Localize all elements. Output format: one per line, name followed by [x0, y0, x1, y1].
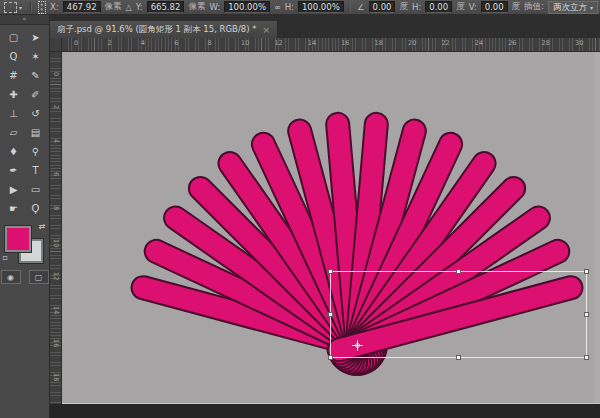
v-ruler-label: 8	[52, 206, 60, 210]
rotate-angle-icon: ∠	[357, 3, 364, 12]
h-ruler-label: 18	[375, 39, 383, 47]
document-tab[interactable]: 扇子.psd @ 91.6% (圆角矩形 1 副本 15, RGB/8) * ×	[50, 21, 278, 38]
y-label: Y:	[136, 2, 143, 12]
shape-tool[interactable]: ▭	[25, 180, 47, 199]
free-transform-bounding-box[interactable]	[330, 271, 587, 358]
crop-tool[interactable]: #	[3, 66, 25, 85]
v-ruler-label: 10	[52, 239, 60, 247]
v-ruler-label: 18	[52, 373, 60, 381]
x-position-field[interactable]: 467.92	[63, 1, 101, 13]
h-ruler-label: 6	[174, 39, 178, 47]
type-tool[interactable]: T	[25, 161, 47, 180]
swap-colors-icon[interactable]: ⇄	[39, 222, 46, 231]
toolbox-panel: « ▢➤Q✶#✎✚✐⊥↺▱▤♦⚲✒T▶▭☛Ϙ ⇄ ▫ ◉ ▢	[0, 15, 50, 418]
h-skew-unit: 度	[456, 1, 465, 13]
brush-tool[interactable]: ✐	[25, 85, 47, 104]
h-ruler-label: 10	[241, 39, 249, 47]
reference-point-locator-icon[interactable]	[38, 1, 47, 14]
v-ruler-label: 12	[52, 272, 60, 280]
link-dimensions-icon[interactable]: ∞	[274, 3, 281, 12]
height-field[interactable]: 100.00%	[298, 1, 344, 13]
pen-tool[interactable]: ✒	[3, 161, 25, 180]
transform-handle-top-middle[interactable]	[456, 269, 461, 274]
transform-handle-bottom-middle[interactable]	[456, 355, 461, 360]
hand-tool[interactable]: ☛	[3, 199, 25, 218]
magic-wand-tool[interactable]: ✶	[25, 47, 47, 66]
y-position-field[interactable]: 665.82	[147, 1, 185, 13]
v-skew-label: V:	[469, 2, 477, 12]
transform-handle-top-left[interactable]	[328, 269, 333, 274]
v-ruler-label: 0	[52, 72, 60, 76]
v-ruler-label: 2	[52, 105, 60, 109]
h-skew-field[interactable]: 0.00	[425, 1, 452, 13]
eyedropper-tool[interactable]: ✎	[25, 66, 47, 85]
tab-close-icon[interactable]: ×	[262, 25, 270, 35]
v-ruler-label: 6	[52, 172, 60, 176]
width-field[interactable]: 100.00%	[224, 1, 270, 13]
h-ruler-label: 8	[208, 39, 212, 47]
default-colors-icon[interactable]: ▫	[3, 253, 8, 262]
canvas-area[interactable]	[62, 52, 600, 404]
spot-healing-brush-tool[interactable]: ✚	[3, 85, 25, 104]
v-ruler-label: 4	[52, 139, 60, 143]
h-ruler-label: 2	[107, 39, 111, 47]
x-label: X:	[50, 2, 59, 12]
toolbox-mode-row: ◉ ▢	[0, 270, 49, 284]
v-skew-field[interactable]: 0.00	[481, 1, 508, 13]
relative-position-icon[interactable]: △	[126, 3, 132, 12]
transform-tool-icon	[4, 2, 17, 13]
h-ruler-label: 30	[575, 39, 583, 47]
clone-stamp-tool[interactable]: ⊥	[3, 104, 25, 123]
transform-handle-bottom-left[interactable]	[328, 355, 333, 360]
tool-grid: ▢➤Q✶#✎✚✐⊥↺▱▤♦⚲✒T▶▭☛Ϙ	[0, 25, 49, 218]
h-skew-label: H:	[412, 2, 421, 12]
tool-preset-caret-icon: ▾	[19, 4, 22, 11]
h-ruler-label: 4	[141, 39, 145, 47]
h-ruler-label: 14	[308, 39, 316, 47]
h-ruler-label: 22	[441, 39, 449, 47]
v-skew-unit: 度	[512, 1, 521, 13]
h-ruler-label: 20	[408, 39, 416, 47]
height-label: H:	[285, 2, 294, 12]
path-selection-tool[interactable]: ▶	[3, 180, 25, 199]
h-ruler-label: 26	[508, 39, 516, 47]
v-ruler-label: 16	[52, 339, 60, 347]
separator	[30, 2, 32, 13]
toolbox-collapse-button[interactable]: «	[0, 15, 49, 25]
move-tool[interactable]: ➤	[25, 28, 47, 47]
rectangular-marquee-tool[interactable]: ▢	[3, 28, 25, 47]
screen-mode-button[interactable]: ▢	[29, 270, 49, 284]
tool-preset-button[interactable]: ▾	[2, 1, 24, 14]
width-label: W:	[209, 2, 220, 12]
foreground-color-swatch[interactable]	[5, 226, 31, 252]
rotate-angle-field[interactable]: 0.00	[369, 1, 396, 13]
gradient-tool[interactable]: ▤	[25, 123, 47, 142]
vertical-ruler[interactable]: 02468101214161820	[50, 52, 62, 404]
document-tab-bar: 扇子.psd @ 91.6% (圆角矩形 1 副本 15, RGB/8) * ×	[50, 15, 600, 38]
rotate-unit: 度	[399, 1, 408, 13]
dodge-tool[interactable]: ⚲	[25, 142, 47, 161]
history-brush-tool[interactable]: ↺	[25, 104, 47, 123]
y-unit: 像素	[188, 1, 205, 13]
zoom-tool[interactable]: Ϙ	[25, 199, 47, 218]
h-ruler-label: 0	[74, 39, 78, 47]
color-swatch-area: ⇄ ▫	[3, 222, 47, 262]
transform-handle-top-right[interactable]	[584, 269, 589, 274]
h-ruler-label: 28	[542, 39, 550, 47]
transform-handle-middle-left[interactable]	[328, 312, 333, 317]
interpolation-label: 插值:	[524, 1, 544, 13]
transform-handle-middle-right[interactable]	[584, 312, 589, 317]
canvas-edge-band	[594, 52, 600, 403]
eraser-tool[interactable]: ▱	[3, 123, 25, 142]
ruler-corner	[50, 38, 62, 52]
quick-mask-button[interactable]: ◉	[1, 270, 21, 284]
v-ruler-label: 14	[52, 306, 60, 314]
horizontal-ruler[interactable]: 024681012141618202224262830	[62, 38, 600, 52]
blur-tool[interactable]: ♦	[3, 142, 25, 161]
transform-handle-bottom-right[interactable]	[584, 355, 589, 360]
interpolation-dropdown[interactable]: 两次立方 ▾	[548, 1, 598, 14]
x-unit: 像素	[105, 1, 122, 13]
transform-reference-point-icon[interactable]	[353, 341, 362, 350]
photoshop-window: ▾ X: 467.92 像素 △ Y: 665.82 像素 W: 100.00%…	[0, 0, 600, 418]
lasso-tool[interactable]: Q	[3, 47, 25, 66]
